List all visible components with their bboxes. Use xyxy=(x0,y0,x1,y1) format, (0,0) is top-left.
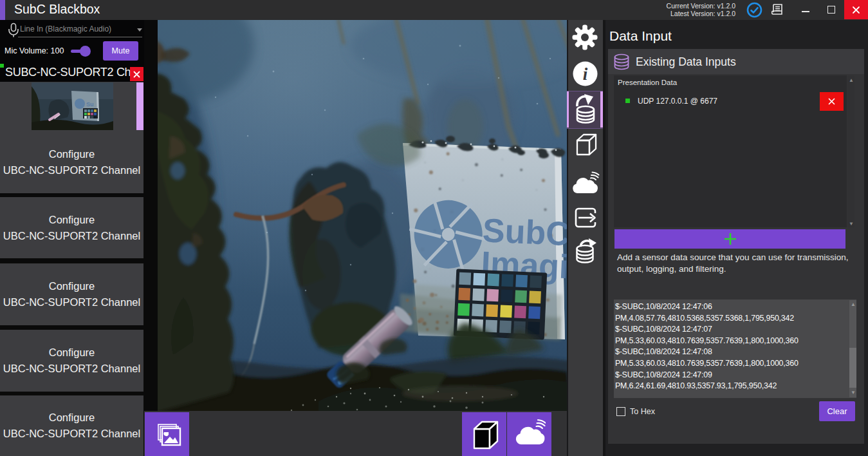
svg-text:i: i xyxy=(583,64,588,84)
svg-text:Su: Su xyxy=(86,101,94,108)
